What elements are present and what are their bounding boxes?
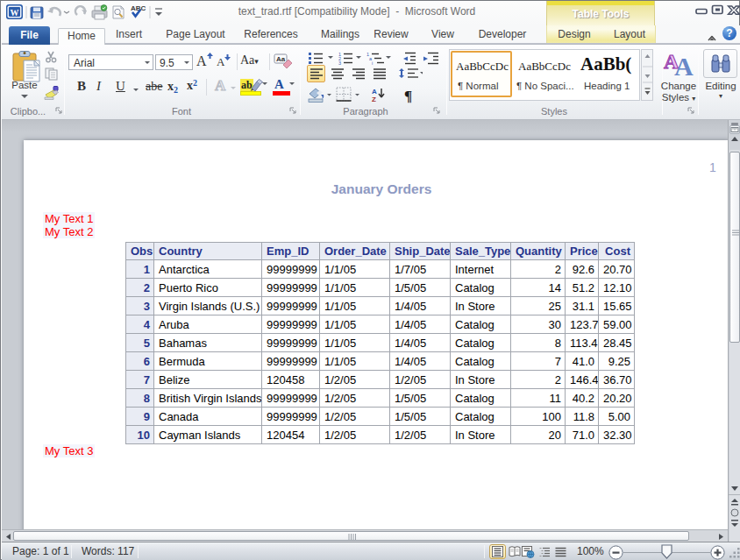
- svg-text:Z: Z: [372, 96, 376, 103]
- svg-text:A: A: [372, 88, 377, 96]
- svg-text:Aa: Aa: [276, 55, 286, 63]
- svg-text:¶: ¶: [404, 88, 412, 104]
- svg-text:3: 3: [338, 60, 341, 65]
- svg-text:i: i: [372, 60, 373, 65]
- svg-text:W: W: [11, 8, 19, 18]
